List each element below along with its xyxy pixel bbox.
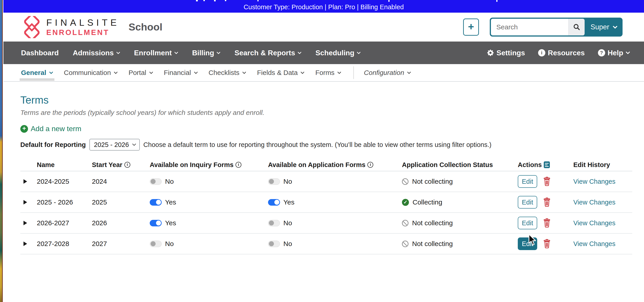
primary-nav: Dashboard Admissions Enrollment Billing … [4, 41, 644, 64]
not-collecting-icon [402, 178, 408, 185]
nav-item-settings[interactable]: Settings [487, 49, 525, 57]
edit-button[interactable]: Edit [518, 175, 537, 188]
nav-item-billing[interactable]: Billing [192, 49, 220, 57]
term-name: 2024-2025 [35, 178, 90, 185]
view-changes-link[interactable]: View Changes [573, 199, 615, 206]
delete-button[interactable] [543, 198, 551, 207]
view-changes-link[interactable]: View Changes [573, 240, 615, 248]
clipped-text-fragment [496, 0, 498, 2]
term-start-year: 2025 [90, 198, 148, 206]
table-header-row: Name Start Year Available on Inquiry For… [20, 159, 632, 171]
search-input[interactable] [491, 19, 568, 35]
trash-icon [543, 198, 551, 207]
global-search: Super [490, 17, 622, 36]
application-toggle-label: No [284, 240, 292, 248]
term-start-year: 2027 [90, 240, 148, 248]
tab-financial[interactable]: Financial [164, 64, 198, 81]
delete-button[interactable] [543, 239, 551, 249]
inquiry-toggle[interactable] [150, 241, 162, 247]
tab-fields-data[interactable]: Fields & Data [257, 64, 304, 81]
tab-communication[interactable]: Communication [64, 64, 118, 81]
nav-item-search-reports[interactable]: Search & Reports [234, 49, 302, 57]
collection-status: Collecting [412, 198, 442, 206]
nav-item-resources[interactable]: i Resources [538, 49, 585, 57]
nav-item-enrollment[interactable]: Enrollment [134, 49, 178, 57]
application-toggle[interactable] [268, 241, 280, 247]
gear-icon [487, 49, 494, 56]
edit-button[interactable]: Edit [518, 238, 537, 250]
tab-portal[interactable]: Portal [128, 64, 153, 81]
desktop-wallpaper-strip [0, 0, 3, 302]
term-name: 2025 - 2026 [35, 198, 90, 206]
terms-table: Name Start Year Available on Inquiry For… [20, 159, 632, 254]
user-menu-button[interactable]: Super [584, 19, 622, 35]
chevron-down-icon [114, 71, 118, 74]
inquiry-toggle[interactable] [150, 199, 162, 206]
application-toggle-label: No [284, 178, 292, 185]
collection-status: Not collecting [412, 178, 453, 185]
actions-columns-icon[interactable] [544, 161, 550, 168]
collecting-check-icon [402, 199, 409, 206]
default-reporting-label: Default for Reporting [20, 141, 86, 149]
quick-add-button[interactable]: + [463, 18, 479, 36]
brand-name-finalsite: FINALSITE [46, 18, 120, 27]
tab-configuration[interactable]: Configuration [364, 64, 411, 81]
clipped-text-fragment [388, 0, 390, 2]
col-header-start-year: Start Year [90, 161, 148, 169]
info-icon[interactable] [124, 162, 130, 168]
chevron-down-icon [194, 71, 198, 74]
not-collecting-icon [402, 241, 408, 247]
application-toggle-label: No [284, 219, 292, 227]
application-toggle[interactable] [268, 199, 280, 206]
nav-item-admissions[interactable]: Admissions [73, 49, 120, 57]
table-row: 2026-2027 2026 Yes No Not collecting Edi… [20, 213, 632, 234]
tab-checklists[interactable]: Checklists [209, 64, 246, 81]
edit-button[interactable]: Edit [518, 196, 537, 209]
chevron-down-icon [174, 52, 178, 54]
add-new-term-link[interactable]: + Add a new term [20, 125, 81, 133]
expand-caret-icon[interactable] [24, 242, 27, 246]
search-button[interactable] [568, 19, 584, 35]
trash-icon [543, 177, 551, 186]
view-changes-link[interactable]: View Changes [573, 178, 615, 185]
edit-button[interactable]: Edit [518, 217, 537, 229]
clipped-text-fragment [258, 0, 258, 1]
info-icon[interactable] [368, 162, 373, 168]
clipped-text-fragment [214, 0, 216, 1]
plus-circle-icon: + [20, 125, 28, 133]
nav-item-help[interactable]: ? Help [598, 49, 630, 57]
application-toggle[interactable] [268, 220, 280, 226]
environment-banner: Customer Type: Production | Plan: Pro | … [4, 0, 644, 13]
tab-forms[interactable]: Forms [315, 64, 341, 81]
info-icon[interactable] [236, 162, 242, 168]
expand-caret-icon[interactable] [24, 221, 27, 225]
view-changes-link[interactable]: View Changes [573, 219, 615, 227]
browser-viewport: Customer Type: Production | Plan: Pro | … [4, 0, 644, 302]
finalsite-enrollment-logo[interactable]: FINALSITE ENROLLMENT [22, 16, 120, 38]
collection-status: Not collecting [412, 219, 453, 227]
clipped-text-fragment [225, 0, 226, 1]
expand-caret-icon[interactable] [24, 200, 27, 205]
nav-item-dashboard[interactable]: Dashboard [21, 49, 59, 57]
trash-icon [543, 239, 551, 249]
term-start-year: 2026 [90, 219, 148, 227]
application-toggle[interactable] [268, 178, 280, 185]
expand-caret-icon[interactable] [24, 179, 27, 184]
default-term-select[interactable]: 2025 - 2026 [90, 139, 140, 151]
chevron-down-icon [300, 71, 304, 74]
delete-button[interactable] [543, 177, 551, 186]
col-header-actions: Actions [516, 161, 572, 169]
inquiry-toggle-label: Yes [165, 219, 176, 227]
chevron-down-icon [337, 71, 341, 74]
chevron-down-icon [298, 52, 302, 54]
tab-general[interactable]: General [21, 64, 53, 81]
nav-item-scheduling[interactable]: Scheduling [316, 49, 360, 57]
inquiry-toggle[interactable] [150, 220, 162, 226]
app-header: FINALSITE ENROLLMENT School + Super [4, 13, 644, 41]
chevron-down-icon [407, 71, 411, 74]
delete-button[interactable] [543, 218, 551, 228]
inquiry-toggle[interactable] [150, 178, 162, 185]
term-name: 2026-2027 [35, 219, 90, 227]
chevron-down-icon [116, 52, 120, 54]
search-icon [573, 23, 580, 31]
